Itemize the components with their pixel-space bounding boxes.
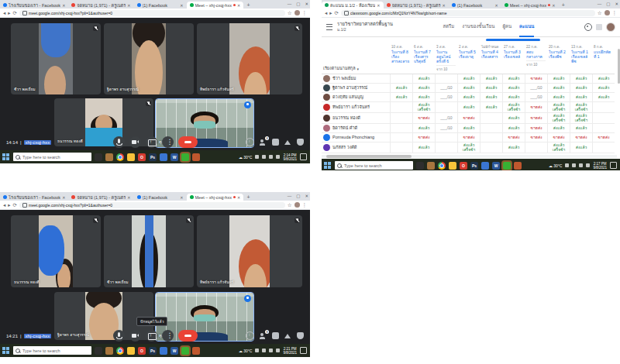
file-explorer-icon[interactable] [127, 153, 135, 161]
grade-cell[interactable]: ส่งแล้ว [502, 74, 525, 84]
grade-cell[interactable] [390, 74, 412, 84]
grade-cell[interactable]: ส่งแล้ว [412, 84, 435, 93]
address-input[interactable]: meet.google.com/xhj-cxqj-hxx?pli=1&authu… [19, 202, 285, 208]
new-tab-button[interactable]: + [246, 194, 251, 200]
grade-cell[interactable]: ส่งแล้ว [457, 74, 480, 84]
reload-icon[interactable]: ⟳ [13, 9, 17, 17]
grade-cell[interactable] [390, 113, 412, 124]
assignment-column-header[interactable]: ไม่มีกำหนดใบงานที่ 4เรื่องสสาร [480, 43, 502, 74]
forward-icon[interactable]: ▸ [8, 201, 10, 209]
tray-icon[interactable] [276, 349, 280, 352]
chrome-icon[interactable] [116, 153, 124, 161]
grade-cell[interactable]: ส่งแล้ว [570, 84, 592, 93]
grade-cell[interactable]: ส่งแล้ว [592, 93, 615, 102]
minimize-button[interactable]: — [288, 1, 292, 7]
back-icon[interactable]: ◂ [3, 201, 5, 209]
grade-cell[interactable] [435, 143, 457, 153]
tray-icon[interactable] [255, 155, 259, 159]
grade-cell[interactable]: ส่งแล้ว [412, 93, 435, 102]
grade-cell[interactable]: ___/10 [525, 93, 547, 102]
maximize-button[interactable]: ▢ [606, 1, 610, 7]
grade-cell[interactable] [592, 102, 615, 113]
host-controls-icon[interactable] [297, 332, 304, 339]
assignment-column-header[interactable]: 8 ก.ค.แบบฝึกหัดที่ 1 [592, 43, 615, 74]
classroom-tab-nav[interactable]: งานของชั้นเรียน [462, 17, 494, 37]
tray-icon[interactable] [269, 155, 273, 159]
video-tile[interactable]: ธนวรรณ ทองดี [11, 215, 101, 287]
bookmark-icon[interactable]: ☆ [288, 9, 292, 17]
grade-cell[interactable] [480, 143, 502, 153]
reload-icon[interactable]: ⟳ [13, 201, 17, 209]
grade-cell[interactable] [592, 124, 615, 133]
meeting-code[interactable]: xhj-cxqj-hxx [24, 140, 52, 145]
end-call-button[interactable] [178, 136, 198, 148]
tab-close-icon[interactable]: ✕ [62, 3, 65, 8]
photos-icon[interactable] [192, 153, 200, 161]
grade-cell[interactable]: ส่งแล้ว [502, 113, 525, 124]
grade-cell[interactable]: ส่งแล้ว [457, 93, 480, 102]
task-view-icon[interactable] [95, 153, 102, 161]
photoshop-icon[interactable]: Ps [149, 347, 157, 355]
reload-icon[interactable]: ⟳ [335, 9, 339, 17]
grade-cell[interactable]: ส่งแล้วเสร็จช้า [547, 113, 570, 124]
grade-cell[interactable]: ส่งแล้ว [570, 124, 592, 133]
store-icon[interactable] [427, 162, 435, 170]
grade-cell[interactable]: ___/10 [435, 113, 457, 124]
chrome-icon[interactable] [116, 347, 124, 355]
grade-cell[interactable] [435, 74, 457, 84]
forward-icon[interactable]: ▸ [329, 9, 332, 17]
mic-button[interactable] [113, 136, 125, 148]
notification-center-icon[interactable] [300, 153, 307, 160]
grade-cell[interactable]: ___/10 [435, 124, 457, 133]
classroom-tab-nav[interactable]: สตรีม [443, 17, 455, 37]
close-button[interactable]: ✕ [305, 193, 308, 199]
bookmark-icon[interactable]: ☆ [288, 201, 292, 209]
grade-cell[interactable] [435, 133, 457, 143]
taskbar-search-input[interactable]: Type here to search [335, 161, 413, 170]
bookmark-icon[interactable]: ☆ [598, 9, 602, 17]
word-icon[interactable]: W [170, 153, 178, 161]
meeting-details-icon[interactable] [246, 138, 254, 146]
file-explorer-icon[interactable] [127, 347, 135, 355]
student-name-cell[interactable]: ชีวา พลเยี่ยม [322, 74, 390, 84]
browser-tab[interactable]: Meet – xhj-cxqj-hxx✕ [187, 2, 244, 9]
menu-icon[interactable]: ⋮ [612, 9, 618, 17]
camera-button[interactable] [129, 136, 141, 148]
assignment-column-header[interactable]: 6 ส.ค.ใบงานที่ 7เรื่องสารบริสุทธิ์ [412, 43, 435, 74]
browser-tab[interactable]: Meet – xhj-cxqj-hxx✕ [501, 2, 559, 9]
grade-cell[interactable]: ขาดส่ง [525, 133, 547, 143]
grade-cell[interactable]: ส่งแล้วเสร็จช้า [412, 102, 435, 113]
grade-cell[interactable]: ส่งแล้ว [547, 84, 570, 93]
line-icon[interactable] [181, 153, 189, 161]
maximize-button[interactable]: ▢ [296, 1, 300, 7]
grade-cell[interactable]: ส่งแล้ว [570, 93, 592, 102]
grade-cell[interactable]: ขาดส่ง [525, 74, 547, 84]
store-icon[interactable] [105, 153, 113, 161]
grade-cell[interactable]: ___/10 [525, 84, 547, 93]
grade-cell[interactable]: ส่งแล้ว [480, 93, 502, 102]
tray-icon[interactable] [255, 349, 259, 352]
grade-cell[interactable]: ส่งแล้ว [412, 124, 435, 133]
profile-avatar[interactable] [294, 202, 300, 208]
grade-cell[interactable]: ขาดส่ง [412, 113, 435, 124]
camera-button[interactable] [129, 330, 141, 342]
notification-center-icon[interactable] [300, 347, 307, 354]
activities-icon[interactable] [284, 139, 291, 146]
present-button[interactable] [146, 330, 157, 342]
grade-cell[interactable]: ขาดส่ง [525, 113, 547, 124]
browser-tab[interactable]: โรงเรียนของเรา - Facebook✕ [0, 194, 68, 201]
store-icon[interactable] [105, 347, 113, 355]
line-icon[interactable] [181, 347, 189, 355]
grade-cell[interactable] [525, 143, 547, 153]
chat-icon[interactable] [272, 139, 279, 146]
tab-close-icon[interactable]: ✕ [62, 195, 65, 200]
photos-icon[interactable] [514, 162, 522, 170]
menu-icon[interactable]: ⋮ [302, 9, 308, 17]
participants-icon[interactable]: 8 [260, 139, 267, 146]
hamburger-menu-icon[interactable] [326, 24, 332, 30]
grade-cell[interactable]: ส่งแล้ว [502, 93, 525, 102]
tab-close-icon[interactable]: ✕ [237, 3, 240, 8]
grade-cell[interactable]: ขาดส่ง [592, 133, 615, 143]
grade-cell[interactable] [592, 143, 615, 153]
meeting-details-icon[interactable] [246, 331, 254, 340]
